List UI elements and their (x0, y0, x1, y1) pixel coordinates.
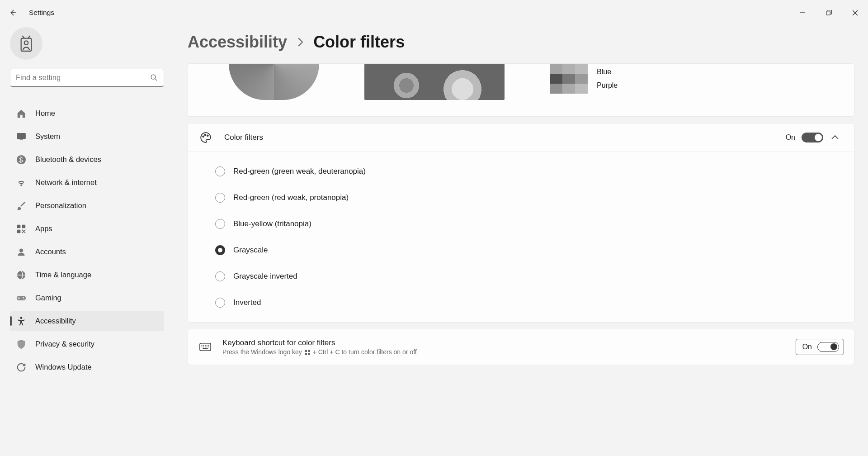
keyboard-shortcut-toggle-wrap[interactable]: On (796, 339, 844, 355)
svg-point-15 (24, 298, 25, 299)
svg-rect-8 (17, 224, 21, 228)
radio-label: Grayscale (233, 246, 268, 255)
keyboard-shortcut-card: Keyboard shortcut for color filters Pres… (188, 329, 854, 365)
search-icon (150, 74, 158, 81)
nav-system[interactable]: System (10, 126, 164, 147)
color-filters-header[interactable]: Color filters On (188, 124, 854, 152)
chevron-right-icon (297, 38, 303, 47)
nav-gaming[interactable]: Gaming (10, 288, 164, 308)
shield-icon (16, 339, 26, 349)
minimize-icon (800, 10, 805, 15)
nav-label: Accounts (35, 247, 66, 256)
nav-label: Time & language (35, 271, 91, 279)
color-names: Blue Purple (597, 68, 618, 90)
avatar-placeholder-icon (19, 34, 34, 52)
nav-home[interactable]: Home (10, 103, 164, 124)
nav-label: Accessibility (35, 317, 76, 325)
filter-option-grayscale[interactable]: Grayscale (215, 237, 854, 263)
globe-clock-icon (16, 270, 26, 280)
svg-rect-9 (22, 224, 25, 228)
nav-time-language[interactable]: Time & language (10, 265, 164, 285)
maximize-icon (826, 10, 832, 16)
system-icon (16, 132, 26, 142)
gamepad-icon (16, 293, 26, 303)
nav: Home System Bluetooth & devices Network … (10, 103, 164, 377)
window-controls (789, 4, 868, 22)
radio-label: Grayscale inverted (233, 272, 297, 281)
color-filters-section: Color filters On Red-green (green weak, … (188, 123, 854, 323)
brush-icon (16, 201, 26, 211)
sample-image-preview (364, 64, 505, 100)
svg-point-11 (19, 248, 23, 252)
color-name: Blue (597, 68, 618, 76)
keyboard-shortcut-text: Keyboard shortcut for color filters Pres… (222, 338, 796, 356)
nav-windows-update[interactable]: Windows Update (10, 357, 164, 377)
nav-personalization[interactable]: Personalization (10, 195, 164, 216)
svg-point-18 (205, 134, 206, 136)
nav-label: Privacy & security (35, 340, 94, 348)
keyboard-shortcut-toggle[interactable] (817, 342, 839, 352)
nav-network[interactable]: Network & internet (10, 172, 164, 193)
radio-icon (215, 193, 225, 203)
nav-label: Network & internet (35, 178, 97, 187)
nav-accessibility[interactable]: Accessibility (10, 311, 164, 331)
minimize-button[interactable] (789, 4, 816, 22)
update-icon (16, 362, 26, 372)
app-title: Settings (29, 9, 54, 17)
avatar (10, 27, 42, 60)
svg-point-3 (24, 41, 28, 45)
filter-option-tritanopia[interactable]: Blue-yellow (tritanopia) (215, 211, 854, 237)
filter-options: Red-green (green weak, deuteranopia) Red… (188, 152, 854, 322)
chevron-up-icon[interactable] (831, 134, 839, 141)
close-button[interactable] (842, 4, 868, 22)
breadcrumb-parent[interactable]: Accessibility (188, 33, 287, 52)
nav-apps[interactable]: Apps (10, 218, 164, 239)
radio-label: Blue-yellow (tritanopia) (233, 219, 311, 228)
nav-accounts[interactable]: Accounts (10, 242, 164, 262)
radio-icon (215, 219, 225, 229)
nav-label: Gaming (35, 294, 61, 302)
home-icon (16, 109, 26, 119)
keyboard-shortcut-subtitle: Press the Windows logo key + Ctrl + C to… (222, 348, 796, 356)
arrow-left-icon (9, 9, 17, 17)
filter-option-deuteranopia[interactable]: Red-green (green weak, deuteranopia) (215, 158, 854, 185)
svg-point-17 (203, 136, 204, 137)
filter-option-grayscale-inverted[interactable]: Grayscale inverted (215, 263, 854, 290)
accessibility-icon (16, 316, 26, 326)
person-icon (16, 247, 26, 257)
radio-label: Red-green (red weak, protanopia) (233, 193, 349, 202)
color-filters-title: Color filters (224, 133, 786, 142)
wifi-icon (16, 178, 26, 188)
svg-rect-10 (17, 229, 21, 233)
svg-point-14 (23, 297, 24, 298)
color-name: Purple (597, 81, 618, 90)
search-input[interactable] (10, 69, 164, 87)
sidebar: Home System Bluetooth & devices Network … (0, 25, 174, 456)
svg-point-19 (207, 135, 208, 136)
palette-icon (200, 132, 212, 143)
main-content: Accessibility Color filters Blue Purple (174, 25, 868, 456)
nav-privacy[interactable]: Privacy & security (10, 334, 164, 354)
maximize-button[interactable] (816, 4, 842, 22)
nav-label: Windows Update (35, 363, 92, 371)
bluetooth-icon (16, 155, 26, 165)
radio-icon (215, 166, 225, 176)
breadcrumb: Accessibility Color filters (188, 25, 854, 63)
close-icon (852, 10, 858, 16)
radio-icon (215, 245, 225, 255)
back-button[interactable] (8, 8, 17, 17)
svg-rect-6 (19, 139, 23, 140)
nav-label: Home (35, 109, 55, 118)
nav-bluetooth[interactable]: Bluetooth & devices (10, 149, 164, 170)
radio-icon (215, 271, 225, 281)
color-wheel-preview (229, 64, 319, 100)
color-filters-toggle[interactable] (802, 133, 823, 142)
toggle-state-label: On (802, 343, 812, 351)
nav-label: Apps (35, 224, 52, 233)
filter-option-protanopia[interactable]: Red-green (red weak, protanopia) (215, 185, 854, 211)
windows-logo-icon (305, 350, 310, 355)
user-profile[interactable] (10, 25, 164, 69)
filter-option-inverted[interactable]: Inverted (215, 290, 854, 316)
svg-rect-5 (17, 133, 26, 139)
breadcrumb-current: Color filters (313, 33, 405, 52)
